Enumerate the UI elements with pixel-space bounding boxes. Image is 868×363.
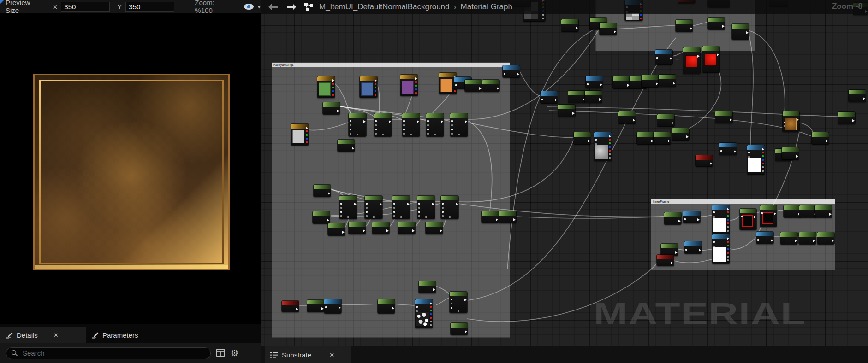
node-pin[interactable] xyxy=(350,120,351,122)
node-pin[interactable] xyxy=(430,324,432,326)
graph-node-b[interactable] xyxy=(719,143,737,155)
node-pin[interactable] xyxy=(542,18,544,19)
output-pin[interactable] xyxy=(354,203,357,205)
graph-node-g[interactable] xyxy=(838,112,855,124)
graph-node-g[interactable] xyxy=(499,211,516,223)
output-pin[interactable] xyxy=(392,307,394,310)
graph-node-b[interactable] xyxy=(541,91,558,103)
node-pin[interactable] xyxy=(713,246,715,247)
output-pin[interactable] xyxy=(771,239,773,242)
graph-node-g[interactable] xyxy=(715,111,732,123)
node-pin[interactable] xyxy=(727,256,729,258)
node-pin[interactable] xyxy=(451,129,453,130)
graph-node-g[interactable] xyxy=(659,75,676,87)
node-pin[interactable] xyxy=(684,218,686,220)
node-pin[interactable] xyxy=(393,203,395,205)
node-pin[interactable] xyxy=(640,14,642,16)
node-pin[interactable] xyxy=(427,124,429,126)
output-pin[interactable] xyxy=(795,240,797,242)
output-pin[interactable] xyxy=(678,220,681,222)
node-pin[interactable] xyxy=(382,134,384,135)
preview-height-input[interactable] xyxy=(125,2,174,12)
output-pin[interactable] xyxy=(710,162,712,165)
node-pin[interactable] xyxy=(741,216,743,217)
node-pin[interactable] xyxy=(415,85,417,87)
output-pin[interactable] xyxy=(686,135,689,138)
node-pin[interactable] xyxy=(458,310,459,312)
graph-node-gl[interactable] xyxy=(374,113,392,136)
output-pin[interactable] xyxy=(332,79,334,82)
node-pin[interactable] xyxy=(727,222,729,224)
output-pin[interactable] xyxy=(656,82,658,85)
output-pin[interactable] xyxy=(464,299,467,301)
graph-node-g[interactable] xyxy=(812,132,829,144)
node-pin[interactable] xyxy=(727,245,729,246)
graph-node-b[interactable] xyxy=(684,241,702,253)
node-pin[interactable] xyxy=(340,203,342,205)
graph-node-g[interactable] xyxy=(314,185,331,197)
output-pin[interactable] xyxy=(352,147,354,150)
output-pin[interactable] xyxy=(774,212,776,215)
output-pin[interactable] xyxy=(734,150,736,153)
node-pin[interactable] xyxy=(375,87,376,88)
node-pin[interactable] xyxy=(504,73,505,75)
node-pin[interactable] xyxy=(418,203,420,205)
forward-arrow-icon[interactable] xyxy=(285,3,297,11)
output-pin[interactable] xyxy=(797,118,799,121)
graph-node-redsq[interactable] xyxy=(683,47,700,74)
node-pin[interactable] xyxy=(366,215,368,217)
node-pin[interactable] xyxy=(393,215,395,217)
output-pin[interactable] xyxy=(465,330,467,333)
output-pin[interactable] xyxy=(863,97,865,100)
graph-node-g[interactable] xyxy=(600,23,617,35)
graph-node-blacksq[interactable] xyxy=(740,209,756,230)
node-pin[interactable] xyxy=(403,133,405,135)
graph-node-redsq[interactable] xyxy=(702,46,719,72)
tab-substrate[interactable]: Substrate ✕ xyxy=(265,346,351,363)
output-pin[interactable] xyxy=(412,229,415,232)
output-pin[interactable] xyxy=(673,82,675,85)
preview-width-input[interactable] xyxy=(61,2,110,12)
output-pin[interactable] xyxy=(727,208,729,211)
output-pin[interactable] xyxy=(717,53,719,56)
node-pin[interactable] xyxy=(442,207,444,209)
graph-node-g[interactable] xyxy=(672,128,689,140)
output-pin[interactable] xyxy=(430,302,432,305)
output-pin[interactable] xyxy=(456,203,458,205)
node-pin[interactable] xyxy=(410,134,412,135)
graph-node-g[interactable] xyxy=(815,205,832,217)
output-pin[interactable] xyxy=(609,135,611,138)
node-pin[interactable] xyxy=(403,124,405,126)
node-pin[interactable] xyxy=(366,203,368,205)
node-pin[interactable] xyxy=(430,317,432,319)
output-pin[interactable] xyxy=(496,218,498,221)
node-pin[interactable] xyxy=(727,241,729,243)
node-pin[interactable] xyxy=(418,215,420,217)
output-pin[interactable] xyxy=(363,120,366,123)
output-pin[interactable] xyxy=(614,30,616,33)
node-pin[interactable] xyxy=(350,133,351,135)
graph-node-gold[interactable] xyxy=(400,75,418,96)
node-pin[interactable] xyxy=(306,130,308,132)
node-pin[interactable] xyxy=(416,310,418,312)
output-pin[interactable] xyxy=(339,306,341,309)
output-pin[interactable] xyxy=(796,155,798,158)
output-pin[interactable] xyxy=(328,192,330,195)
output-pin[interactable] xyxy=(670,57,672,60)
node-pin[interactable] xyxy=(340,215,342,217)
node-pin[interactable] xyxy=(595,139,597,141)
graph-node-g[interactable] xyxy=(398,222,415,234)
output-pin[interactable] xyxy=(441,120,443,123)
output-pin[interactable] xyxy=(417,120,419,123)
graph-node-g[interactable] xyxy=(561,19,578,31)
node-pin[interactable] xyxy=(449,216,451,218)
output-pin[interactable] xyxy=(722,25,725,28)
graph-node-g[interactable] xyxy=(568,91,585,103)
output-pin[interactable] xyxy=(386,229,389,232)
output-pin[interactable] xyxy=(576,27,578,29)
output-pin[interactable] xyxy=(572,112,575,115)
output-pin[interactable] xyxy=(633,119,635,122)
output-pin[interactable] xyxy=(672,122,674,124)
node-pin[interactable] xyxy=(784,125,785,127)
node-pin[interactable] xyxy=(727,219,729,221)
